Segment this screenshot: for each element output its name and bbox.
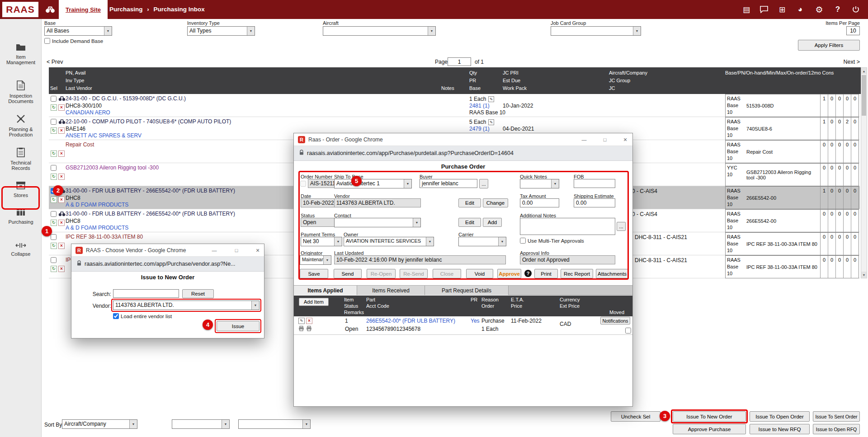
- id-card-icon[interactable]: ▤: [741, 4, 752, 15]
- scroll-up-icon[interactable]: ▲: [861, 68, 867, 74]
- last-vendor-link[interactable]: A & D FOAM PRODUCTS: [66, 225, 128, 231]
- gears-settings-icon[interactable]: ⚙: [814, 4, 825, 15]
- shipping-estimate-field[interactable]: 0.00: [574, 198, 615, 207]
- sort-by-select-2[interactable]: ▼: [172, 419, 230, 429]
- detail-icon[interactable]: ↻: [51, 174, 57, 180]
- apply-filters-button[interactable]: Apply Filters: [798, 40, 860, 51]
- url-bar[interactable]: raasais.aviationintertec.com/app/Purchas…: [71, 257, 264, 272]
- row-select-checkbox[interactable]: [51, 119, 57, 125]
- binoculars-icon[interactable]: [58, 119, 66, 126]
- contact-add-button[interactable]: Add: [483, 218, 502, 227]
- binoculars-icon[interactable]: [58, 96, 66, 103]
- print-item-icon[interactable]: [298, 326, 304, 333]
- row-select-checkbox[interactable]: [51, 257, 57, 263]
- add-window-icon[interactable]: ⊞: [777, 4, 788, 15]
- approve-button[interactable]: Approve: [497, 269, 521, 278]
- job-card-group-select[interactable]: ▼: [551, 26, 641, 36]
- void-button[interactable]: Void: [466, 269, 493, 278]
- edit-qty-icon[interactable]: ✎: [488, 96, 494, 102]
- issue-button[interactable]: Issue: [217, 321, 259, 331]
- buyer-field[interactable]: jennifer leblanc: [420, 179, 477, 188]
- search-input[interactable]: [113, 289, 179, 298]
- print-button[interactable]: Print: [534, 269, 558, 278]
- items-per-page-input[interactable]: [846, 26, 860, 35]
- row-select-checkbox[interactable]: [51, 234, 57, 240]
- detail-icon[interactable]: ↻: [51, 104, 57, 111]
- tab-items-received[interactable]: Items Received: [357, 286, 425, 295]
- tax-amount-field[interactable]: 0.00: [520, 198, 559, 207]
- remove-icon[interactable]: ×: [58, 127, 65, 134]
- issue-to-new-order-button[interactable]: Issue To New Order: [673, 411, 746, 422]
- scrollbar-thumb[interactable]: [862, 75, 866, 116]
- contact-select[interactable]: ▼: [334, 218, 421, 227]
- rec-report-button[interactable]: Rec Report: [561, 269, 593, 278]
- fob-field[interactable]: [574, 179, 615, 188]
- reset-button[interactable]: Reset: [182, 289, 214, 298]
- issue-to-new-rfq-button[interactable]: Issue to New RFQ: [750, 424, 810, 434]
- include-demand-base-checkbox[interactable]: [44, 38, 50, 44]
- remove-icon[interactable]: ×: [58, 150, 65, 157]
- save-button[interactable]: Save: [300, 269, 328, 278]
- prev-page-link[interactable]: < Prev: [47, 59, 63, 65]
- issue-to-open-rfq-button[interactable]: Issue to Open RFQ: [813, 424, 860, 434]
- row-select-checkbox[interactable]: [51, 211, 57, 217]
- item-part-link[interactable]: 266E5542-00* (FDR ULB BATTERY): [366, 318, 455, 324]
- sidebar-item-technical-records[interactable]: Technical Records: [0, 147, 42, 171]
- issue-to-sent-order-button[interactable]: Issue To Sent Order: [813, 411, 860, 422]
- buyer-lookup-button[interactable]: ...: [479, 179, 488, 188]
- help-icon[interactable]: ?: [832, 4, 843, 15]
- item-moved-checkbox[interactable]: [625, 328, 631, 334]
- sidebar-item-collapse[interactable]: Collapse: [0, 242, 42, 257]
- page-number-input[interactable]: [448, 57, 471, 66]
- detail-icon[interactable]: ↻: [51, 127, 57, 134]
- maximize-icon[interactable]: □: [601, 136, 609, 143]
- raas-logo[interactable]: RAAS: [2, 2, 38, 17]
- detail-icon[interactable]: ↻: [51, 197, 57, 203]
- sidebar-item-planning-production[interactable]: Planning & Production: [0, 114, 42, 137]
- url-bar[interactable]: raasais.aviationintertec.com/app/Purchas…: [294, 146, 632, 161]
- load-entire-vendor-list-checkbox[interactable]: [113, 313, 119, 319]
- breadcrumb-section[interactable]: Purchasing: [109, 6, 143, 13]
- last-vendor-link[interactable]: A & D FOAM PRODUCTS: [66, 202, 128, 208]
- help-circle-icon[interactable]: ?: [524, 270, 532, 277]
- ship-to-base-select[interactable]: Aviation Intertec 1▼: [334, 179, 412, 188]
- send-button[interactable]: Send: [334, 269, 362, 278]
- detail-icon[interactable]: ↻: [51, 220, 57, 226]
- payment-terms-select[interactable]: Net 30▼: [301, 237, 342, 246]
- chat-icon[interactable]: [759, 4, 769, 15]
- close-icon[interactable]: ×: [254, 247, 261, 254]
- sort-by-select-1[interactable]: Aircraft/Company▼: [62, 419, 137, 429]
- owner-select[interactable]: AVIATION INTERTEC SERVICES▼: [344, 237, 434, 246]
- notes-more-button[interactable]: ...: [617, 222, 626, 231]
- remove-icon[interactable]: ×: [58, 266, 65, 272]
- minimize-icon[interactable]: —: [580, 136, 588, 143]
- binoculars-icon[interactable]: [58, 211, 66, 218]
- inventory-type-select[interactable]: All Types▼: [187, 26, 255, 36]
- carrier-select[interactable]: ▼: [458, 237, 506, 246]
- remove-icon[interactable]: ×: [58, 243, 65, 249]
- approve-purchase-button[interactable]: Approve Purchase: [673, 424, 746, 434]
- multi-tier-approvals-checkbox[interactable]: [520, 238, 526, 244]
- quick-notes-select[interactable]: ▼: [520, 179, 559, 188]
- binoculars-search-icon[interactable]: [45, 6, 55, 14]
- dialog-title-bar[interactable]: R RAAS - Choose Vendor - Google Chrome —…: [71, 244, 264, 257]
- add-item-button[interactable]: Add Item: [299, 298, 329, 306]
- detail-icon[interactable]: ↻: [51, 243, 57, 249]
- next-page-link[interactable]: Next >: [836, 59, 860, 65]
- sidebar-item-inspection-documents[interactable]: Inspection Documents: [0, 80, 42, 104]
- edit-qty-icon[interactable]: ✎: [488, 119, 494, 125]
- scroll-down-icon[interactable]: ▼: [861, 272, 867, 278]
- remove-icon[interactable]: ×: [58, 104, 65, 111]
- attachments-button[interactable]: Attachments: [596, 269, 628, 278]
- last-vendor-link[interactable]: CANADIAN AERO: [66, 109, 110, 116]
- vendor-select[interactable]: 1143763 ALBERTA LTD.▼: [113, 301, 259, 310]
- close-icon[interactable]: ×: [622, 136, 629, 143]
- item-pr-link[interactable]: Yes: [471, 318, 480, 324]
- print-item-icon[interactable]: [306, 326, 312, 333]
- contact-edit-button[interactable]: Edit: [458, 218, 481, 227]
- remove-icon[interactable]: ×: [58, 174, 65, 180]
- last-vendor-link[interactable]: ANSETT A/C SPARES & SERV: [66, 132, 142, 139]
- edit-item-icon[interactable]: ✎: [298, 318, 305, 324]
- remove-icon[interactable]: ×: [58, 220, 65, 226]
- tab-training-site[interactable]: Training Site: [59, 0, 108, 19]
